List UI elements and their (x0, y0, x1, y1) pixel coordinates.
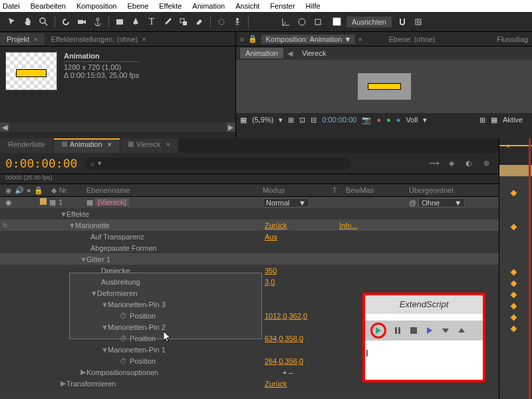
panel-menu-icon[interactable]: ≡ (240, 35, 244, 43)
active-camera[interactable]: Aktive (503, 116, 523, 124)
step-into-button[interactable] (441, 326, 450, 335)
effect-settings-tab[interactable]: Effekteinstellungen: (ohne)× (45, 33, 153, 45)
close-icon[interactable]: × (33, 35, 37, 43)
align-button[interactable]: Ausrichten (346, 17, 392, 27)
composition-dropdown[interactable]: Komposition: Animation ▼ (261, 35, 355, 44)
grid-icon[interactable]: ▦ (240, 116, 247, 124)
effects-group[interactable]: ▼Effekte (0, 208, 532, 219)
ruler-icon[interactable]: ⊡ (299, 116, 305, 124)
comp-timecode[interactable]: 0:00:00:00 (322, 116, 356, 124)
scrollbar-horizontal[interactable]: ◀ ▶ (0, 122, 235, 132)
audio-column-icon[interactable]: 🔊 (15, 186, 24, 195)
tab-renderliste[interactable]: Renderliste (0, 138, 53, 153)
menu-komposition[interactable]: Komposition (76, 2, 117, 10)
menu-effekte[interactable]: Effekte (159, 2, 182, 10)
selection-tool-icon[interactable] (5, 15, 19, 29)
draft3d-icon[interactable]: ◈ (446, 158, 458, 170)
menu-fenster[interactable]: Fenster (270, 2, 295, 10)
visibility-toggle[interactable]: ◉ (5, 198, 12, 207)
current-timecode[interactable]: 0:00:00:00 (5, 156, 77, 170)
spread-prop[interactable]: Ausbreitung3,0 (0, 276, 532, 287)
puppet-tool-icon[interactable] (231, 15, 244, 29)
flowchart-tab[interactable]: Flussdiag (497, 35, 528, 43)
scroll-right-icon[interactable]: ▶ (226, 122, 235, 132)
clone-tool-icon[interactable] (177, 15, 190, 29)
timeline-track-area[interactable]: ⬥ (499, 138, 532, 399)
zoom-tool-icon[interactable] (37, 15, 51, 29)
label-column-icon[interactable]: ◆ (51, 186, 57, 195)
comp-subtab-animation[interactable]: Animation (240, 48, 283, 59)
layer-name[interactable]: [Viereck] (95, 198, 129, 206)
pen-tool-icon[interactable] (129, 15, 142, 29)
menu-hilfe[interactable]: Hilfe (306, 2, 321, 10)
close-icon[interactable]: × (142, 35, 146, 43)
tab-animation[interactable]: Animation× (54, 138, 120, 153)
transparency-prop[interactable]: Auf TransparenzAus (0, 231, 532, 242)
step-button[interactable] (425, 326, 434, 335)
comp-subtab-viereck[interactable]: Viereck (297, 48, 331, 59)
channel-icon[interactable]: ● (376, 116, 381, 124)
snap-icon[interactable] (396, 15, 409, 29)
menu-ansicht[interactable]: Ansicht (235, 2, 259, 10)
timeline-search[interactable]: ⌕▾ (85, 158, 351, 170)
play-button[interactable] (370, 323, 386, 338)
triangles-prop[interactable]: Dreiecke350 (0, 265, 532, 276)
frame-display[interactable]: 00000 (25.00 fps) (0, 174, 532, 184)
resolution-icon[interactable]: ⊞ (288, 116, 294, 124)
axis-world-icon[interactable] (295, 15, 309, 29)
stopwatch-icon[interactable]: ⏱ (120, 334, 127, 342)
scroll-left-icon[interactable]: ◀ (0, 122, 9, 132)
tab-viereck[interactable]: Viereck× (120, 138, 178, 153)
menu-bearbeiten[interactable]: Bearbeiten (31, 2, 66, 10)
eraser-tool-icon[interactable] (193, 15, 206, 29)
eye-column-icon[interactable]: ◉ (5, 186, 12, 195)
solo-column-icon[interactable]: ● (27, 186, 31, 195)
nr-column: Nr. (59, 186, 68, 195)
blend-mode-dropdown[interactable]: Normal▼ (263, 198, 309, 207)
view-icon[interactable]: ⊞ (479, 116, 485, 124)
stop-button[interactable] (409, 326, 418, 335)
graph-icon[interactable]: ⟿ (428, 158, 440, 170)
menu-datei[interactable]: Datei (3, 2, 20, 10)
brush-tool-icon[interactable] (161, 15, 174, 29)
3d-icon[interactable]: ▦ (491, 116, 497, 124)
anchor-tool-icon[interactable] (91, 15, 104, 29)
layer-color[interactable] (40, 198, 47, 205)
step-out-button[interactable] (457, 326, 466, 335)
snapshot-icon[interactable]: 📷 (362, 116, 371, 124)
search-icon[interactable] (412, 15, 425, 29)
layer-shy-icon[interactable]: ▦ (49, 198, 56, 207)
axis-local-icon[interactable] (279, 15, 293, 29)
pause-button[interactable] (393, 326, 402, 335)
parent-pickwhip-icon[interactable]: @ (409, 199, 416, 207)
brain-icon[interactable]: ⊛ (480, 158, 492, 170)
layer-icon: ▦ (86, 198, 93, 206)
zoom-level[interactable]: (5,9%) (252, 116, 273, 124)
text-tool-icon[interactable]: T (145, 15, 158, 29)
lock-column-icon[interactable]: 🔒 (34, 186, 43, 195)
grid-group[interactable]: ▼Gitter 1 (0, 253, 532, 265)
axis-view-icon[interactable] (311, 15, 325, 29)
puppet-effect[interactable]: fx▼MarionetteZurückInfo... (0, 219, 532, 231)
menu-ebene[interactable]: Ebene (127, 2, 148, 10)
project-tab[interactable]: Projekt× (0, 33, 45, 45)
parent-dropdown[interactable]: Ohne▼ (418, 198, 465, 207)
mask-icon[interactable]: ⊟ (311, 116, 317, 124)
rotate-tool-icon[interactable] (59, 15, 72, 29)
stopwatch-icon[interactable]: ⏱ (120, 357, 127, 365)
hand-tool-icon[interactable] (21, 15, 35, 29)
chevron-left-icon[interactable]: ◀ (287, 49, 293, 58)
motion-blur-icon[interactable]: ◐ (463, 158, 475, 170)
camera-tool-icon[interactable] (75, 15, 88, 29)
lock-icon[interactable]: 🔒 (248, 35, 257, 43)
composition-thumbnail[interactable] (5, 52, 57, 90)
menu-animation[interactable]: Animation (192, 2, 225, 10)
align-checkbox[interactable] (332, 17, 341, 26)
roto-tool-icon[interactable] (215, 15, 228, 29)
quality-dropdown[interactable]: Voll (406, 116, 418, 124)
rect-tool-icon[interactable] (113, 15, 126, 29)
stopwatch-icon[interactable]: ⏱ (120, 312, 127, 320)
paused-shapes-prop[interactable]: Abgepauste Formen (0, 242, 532, 253)
layer-row[interactable]: ◉ ▦ 1 ▦ [Viereck] Normal▼ @ Ohne▼ (0, 197, 532, 208)
composition-viewer[interactable] (236, 60, 532, 113)
